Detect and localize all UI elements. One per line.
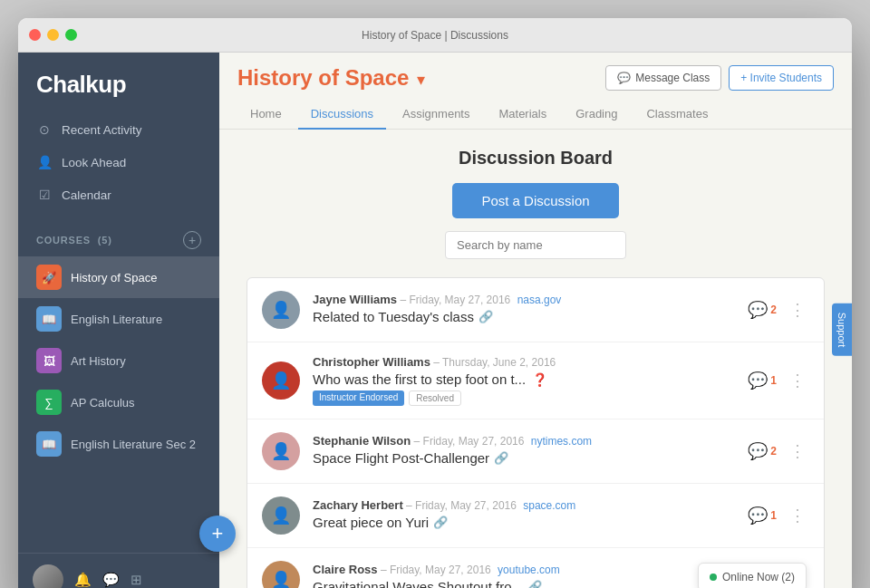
comment-bubble-icon: 💬: [748, 506, 768, 525]
discussion-title[interactable]: Great piece on Yuri 🔗: [313, 515, 735, 530]
message-class-button[interactable]: 💬 Message Class: [605, 65, 721, 91]
content-header-top: History of Space ▾ 💬 Message Class + Inv…: [237, 65, 834, 91]
table-row: 👤 Stephanie Wilson – Friday, May 27, 201…: [247, 419, 824, 484]
sidebar-item-calendar[interactable]: ☑ Calendar: [18, 178, 219, 211]
course-label-art: Art History: [71, 354, 126, 368]
discussion-badges: Instructor Endorsed Resolved: [313, 390, 735, 406]
close-button[interactable]: [29, 29, 41, 41]
sidebar-bottom: 🔔 💬 ⊞: [18, 553, 219, 588]
recent-activity-icon: ⊙: [36, 121, 53, 138]
brand-logo: Chalkup: [18, 53, 219, 113]
discussion-actions: 💬 2 ⋮: [748, 298, 809, 322]
traffic-lights: [29, 29, 77, 41]
tab-discussions[interactable]: Discussions: [298, 100, 386, 130]
comment-count: 1: [770, 374, 777, 387]
fab-button[interactable]: +: [199, 516, 236, 552]
app-window: History of Space | Discussions Chalkup ⊙…: [18, 18, 852, 588]
course-label-space: History of Space: [71, 271, 157, 284]
sidebar-item-look-ahead[interactable]: 👤 Look Ahead: [18, 146, 219, 178]
message-icon: 💬: [617, 72, 631, 84]
comment-count: 1: [770, 509, 777, 522]
comment-bubble-icon: 💬: [748, 371, 768, 390]
discussion-title[interactable]: Who was the first to step foot on t... ❓: [313, 371, 735, 387]
link-icon: 🔗: [494, 451, 508, 465]
invite-students-button[interactable]: + Invite Students: [729, 65, 834, 91]
tab-assignments[interactable]: Assignments: [390, 100, 482, 130]
course-icon-space: 🚀: [36, 265, 62, 290]
discussion-source: youtube.com: [498, 564, 560, 576]
discussion-title[interactable]: Space Flight Post-Challenger 🔗: [313, 450, 735, 466]
badge-resolved: Resolved: [409, 390, 461, 406]
tab-home[interactable]: Home: [237, 100, 295, 130]
comment-button[interactable]: 💬 2: [748, 441, 777, 461]
maximize-button[interactable]: [65, 29, 77, 41]
tab-classmates[interactable]: Classmates: [633, 100, 720, 130]
sidebar-item-history-of-space[interactable]: 🚀 History of Space: [18, 256, 219, 298]
content-nav: Home Discussions Assignments Materials G…: [237, 100, 834, 129]
online-indicator: [710, 574, 717, 581]
sidebar-nav: ⊙ Recent Activity 👤 Look Ahead ☑ Calenda…: [18, 113, 219, 218]
link-icon: 🔗: [478, 310, 493, 323]
online-count: Online Now (2): [722, 571, 795, 583]
calendar-icon: ☑: [36, 187, 53, 203]
discussion-list: 👤 Jayne Williams – Friday, May 27, 2016 …: [246, 277, 825, 588]
notifications-icon[interactable]: 🔔: [74, 572, 92, 588]
comment-count: 2: [770, 445, 777, 458]
sidebar-bottom-icons: 🔔 💬 ⊞: [74, 572, 142, 588]
chat-icon[interactable]: 💬: [102, 572, 120, 588]
table-row: 👤 Christopher Williams – Thursday, June …: [247, 342, 824, 419]
tab-materials[interactable]: Materials: [486, 100, 559, 130]
avatar: 👤: [262, 561, 300, 588]
comment-button[interactable]: 💬 1: [748, 506, 777, 525]
table-row: 👤 Zachary Herbert – Friday, May 27, 2016…: [247, 484, 824, 548]
course-label-lit: English Literature: [71, 313, 162, 326]
avatar: 👤: [262, 291, 300, 329]
titlebar: History of Space | Discussions: [18, 18, 852, 53]
discussion-content: Zachary Herbert – Friday, May 27, 2016 s…: [313, 498, 735, 534]
sidebar-nav-label-look: Look Ahead: [62, 156, 126, 169]
sidebar-item-recent-activity[interactable]: ⊙ Recent Activity: [18, 113, 219, 146]
discussion-board-title: Discussion Board: [246, 148, 825, 169]
discussion-title[interactable]: Gravitational Waves Shoutout fro... 🔗: [313, 579, 735, 589]
sidebar-item-ap-calculus[interactable]: ∑ AP Calculus: [18, 381, 219, 423]
sidebar-item-art-history[interactable]: 🖼 Art History: [18, 340, 219, 381]
more-options-button[interactable]: ⋮: [786, 504, 809, 527]
chevron-down-icon: ▾: [417, 71, 425, 89]
search-input[interactable]: [445, 231, 626, 259]
discussion-author: Stephanie Wilson: [313, 434, 411, 448]
discussion-actions: 💬 1 ⋮: [748, 369, 809, 392]
add-course-button[interactable]: +: [183, 231, 201, 249]
course-icon-lit2: 📖: [36, 431, 62, 457]
more-options-button[interactable]: ⋮: [786, 298, 809, 322]
avatar: 👤: [262, 432, 300, 470]
link-icon: 🔗: [527, 580, 542, 589]
tab-grading[interactable]: Grading: [563, 100, 630, 130]
support-tab[interactable]: Support: [832, 303, 852, 356]
discussion-author: Jayne Williams: [313, 293, 397, 306]
grid-icon[interactable]: ⊞: [130, 572, 142, 588]
comment-bubble-icon: 💬: [748, 300, 768, 320]
sidebar: Chalkup ⊙ Recent Activity 👤 Look Ahead ☑…: [18, 53, 219, 588]
more-options-button[interactable]: ⋮: [786, 439, 809, 463]
sidebar-item-english-literature[interactable]: 📖 English Literature: [18, 298, 219, 340]
badge-endorsed: Instructor Endorsed: [313, 390, 404, 406]
sidebar-item-english-literature-sec2[interactable]: 📖 English Literature Sec 2: [18, 423, 219, 465]
post-discussion-button[interactable]: Post a Discussion: [452, 183, 618, 218]
course-title-row: History of Space ▾: [237, 65, 425, 91]
main-content: History of Space ▾ 💬 Message Class + Inv…: [219, 53, 852, 588]
comment-button[interactable]: 💬 1: [748, 371, 777, 390]
comment-button[interactable]: 💬 2: [748, 300, 777, 320]
minimize-button[interactable]: [47, 29, 59, 41]
window-title: History of Space | Discussions: [362, 29, 508, 42]
course-icon-art: 🖼: [36, 348, 62, 373]
discussion-title[interactable]: Related to Tuesday's class 🔗: [313, 309, 735, 324]
link-icon: 🔗: [433, 516, 448, 529]
online-badge: Online Now (2): [698, 563, 807, 588]
discussion-author: Zachary Herbert: [313, 498, 403, 512]
discussion-meta: Christopher Williams – Thursday, June 2,…: [313, 355, 735, 369]
discussion-author: Claire Ross: [313, 563, 378, 576]
courses-list: 🚀 History of Space 📖 English Literature …: [18, 256, 219, 465]
more-options-button[interactable]: ⋮: [786, 369, 809, 392]
look-ahead-icon: 👤: [36, 154, 53, 170]
content-header: History of Space ▾ 💬 Message Class + Inv…: [219, 53, 852, 130]
